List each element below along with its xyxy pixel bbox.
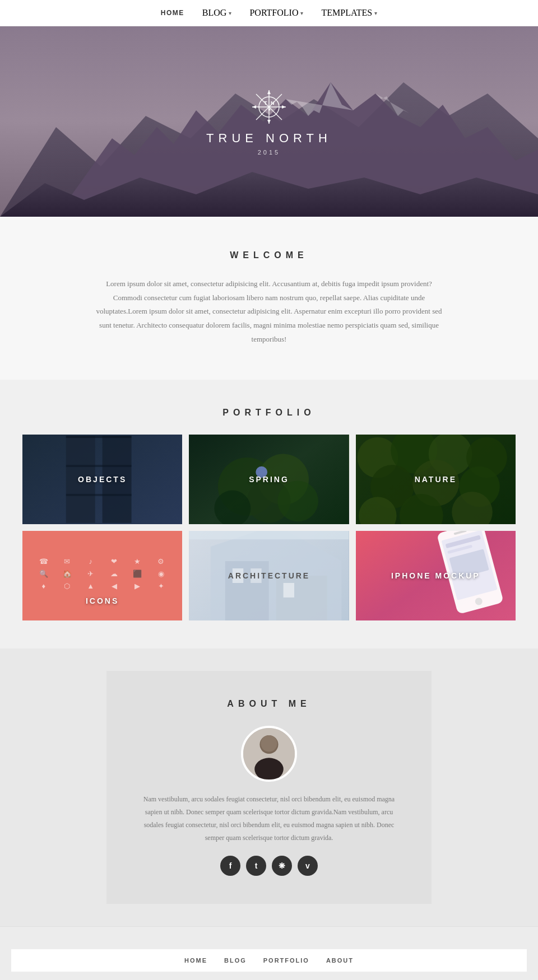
- svg-marker-15: [267, 120, 271, 124]
- welcome-title: WELCOME: [67, 250, 471, 260]
- about-bio: Nam vestibulum, arcu sodales feugiat con…: [140, 793, 398, 844]
- footer-nav-portfolio[interactable]: PORTFOLIO: [263, 957, 309, 964]
- hero-logo-icon: T N ★: [249, 87, 289, 127]
- portfolio-item-objects[interactable]: OBJECTS: [22, 435, 182, 524]
- nav-blog[interactable]: BLOG: [202, 8, 232, 18]
- welcome-text: Lorem ipsum dolor sit amet, consectetur …: [95, 277, 443, 346]
- main-nav: HOME BLOG PORTFOLIO TEMPLATES: [0, 0, 538, 26]
- hero-logo-year: 2015: [206, 149, 332, 156]
- portfolio-item-iphone[interactable]: IPHONE MOCKUP: [356, 531, 516, 620]
- svg-text:N: N: [271, 100, 275, 106]
- nav-home[interactable]: HOME: [161, 9, 184, 17]
- about-wrapper: ABOUT ME Nam vestibulum, arcu sodales fe…: [0, 648, 538, 926]
- portfolio-objects-label: OBJECTS: [78, 475, 127, 484]
- hero-section: T N ★ TRUE NORTH 2015: [0, 26, 538, 217]
- footer-nav-home[interactable]: HOME: [184, 957, 207, 964]
- portfolio-section: PORTFOLIO OBJECTS: [0, 380, 538, 648]
- svg-marker-17: [282, 105, 286, 109]
- portfolio-title: PORTFOLIO: [22, 408, 516, 418]
- hero-logo-name: TRUE NORTH: [206, 131, 332, 146]
- portfolio-spring-overlay: SPRING: [189, 435, 349, 524]
- social-twitter[interactable]: t: [246, 856, 266, 876]
- svg-text:T: T: [264, 100, 267, 106]
- portfolio-grid: OBJECTS SPRING: [22, 435, 516, 620]
- portfolio-iphone-label: IPHONE MOCKUP: [391, 571, 480, 580]
- portfolio-architecture-label: ARCHITECTURE: [228, 571, 310, 580]
- social-icons: f t ❋ v: [140, 856, 398, 876]
- about-title: ABOUT ME: [140, 699, 398, 709]
- svg-point-60: [254, 758, 284, 781]
- footer: HOME BLOG PORTFOLIO ABOUT T N ★ TRUE NOR…: [0, 926, 538, 980]
- portfolio-icons-overlay: ☎ ✉ ♪ ❤ ★ ⚙ 🔍 🏠 ✈ ☁ ⬛ ◉ ♦ ⬡ ▲ ◀ ▶: [22, 531, 182, 620]
- portfolio-nature-overlay: NATURE: [356, 435, 516, 524]
- welcome-section: WELCOME Lorem ipsum dolor sit amet, cons…: [0, 217, 538, 380]
- portfolio-item-spring[interactable]: SPRING: [189, 435, 349, 524]
- portfolio-architecture-overlay: ARCHITECTURE: [189, 531, 349, 620]
- portfolio-item-icons[interactable]: ☎ ✉ ♪ ❤ ★ ⚙ 🔍 🏠 ✈ ☁ ⬛ ◉ ♦ ⬡ ▲ ◀ ▶: [22, 531, 182, 620]
- svg-point-61: [261, 735, 277, 752]
- portfolio-item-architecture[interactable]: ARCHITECTURE: [189, 531, 349, 620]
- hero-logo: T N ★ TRUE NORTH 2015: [206, 87, 332, 156]
- svg-marker-16: [252, 105, 256, 109]
- about-section: ABOUT ME Nam vestibulum, arcu sodales fe…: [106, 671, 432, 903]
- footer-nav: HOME BLOG PORTFOLIO ABOUT: [11, 949, 527, 972]
- about-avatar: [241, 726, 297, 782]
- portfolio-nature-label: NATURE: [415, 475, 457, 484]
- portfolio-iphone-overlay: IPHONE MOCKUP: [356, 531, 516, 620]
- social-vimeo[interactable]: v: [298, 856, 318, 876]
- portfolio-spring-label: SPRING: [249, 475, 289, 484]
- nav-templates[interactable]: TEMPLATES: [321, 8, 377, 18]
- portfolio-icons-label: ICONS: [86, 596, 119, 605]
- social-dribbble[interactable]: ❋: [272, 856, 292, 876]
- nav-portfolio[interactable]: PORTFOLIO: [249, 8, 303, 18]
- portfolio-objects-overlay: OBJECTS: [22, 435, 182, 524]
- footer-nav-about[interactable]: ABOUT: [326, 957, 354, 964]
- portfolio-item-nature[interactable]: NATURE: [356, 435, 516, 524]
- footer-nav-blog[interactable]: BLOG: [224, 957, 247, 964]
- social-facebook[interactable]: f: [220, 856, 240, 876]
- svg-marker-14: [267, 90, 271, 94]
- svg-text:★: ★: [267, 107, 271, 112]
